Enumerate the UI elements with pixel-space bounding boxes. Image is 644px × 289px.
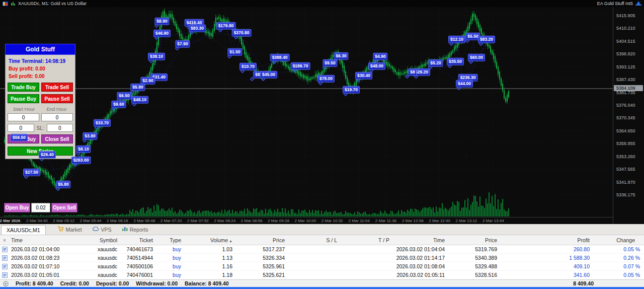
trade-buy-button[interactable]: Trade Buy bbox=[8, 83, 39, 92]
vps-button[interactable]: VPS bbox=[88, 224, 116, 235]
column-header-price[interactable]: Price bbox=[449, 237, 501, 243]
table-row[interactable]: 2026.03.02 01:04:00xauusdc740461673buy1.… bbox=[0, 245, 644, 254]
cell-type: buy bbox=[157, 272, 185, 278]
column-header-s-l[interactable]: S / L bbox=[289, 237, 341, 243]
chart-area[interactable]: Gold Stuff Time Terminal: 14:08:19 Buy p… bbox=[0, 7, 613, 217]
price-axis[interactable]: 5384.109 5415.9055410.2105404.5155398.82… bbox=[613, 7, 644, 224]
buy-profit-label: Buy profit: 0.00 bbox=[8, 65, 73, 73]
cell-change: 0.05 % bbox=[594, 272, 644, 278]
cell-ticket: 740476001 bbox=[121, 272, 157, 278]
cell-profit: 341.60 bbox=[501, 272, 594, 278]
status-segment: Credit: 0.00 bbox=[60, 280, 89, 286]
cell-ticket: 740514944 bbox=[121, 255, 157, 261]
account-status-bar: Profit: 8 409.40Credit: 0.00Deposit: 0.0… bbox=[0, 279, 644, 287]
cell-volume: 1.03 bbox=[185, 246, 236, 252]
history-table-header[interactable]: ×TimeSymbolTicketTypeVolume ▲PriceS / LT… bbox=[0, 235, 644, 245]
history-table-body: 2026.03.02 01:04:00xauusdc740461673buy1.… bbox=[0, 245, 644, 279]
pause-buy-button[interactable]: Pause Buy bbox=[8, 94, 39, 103]
chart-tab-xauusdc-m1[interactable]: XAUUSDc,M1 bbox=[1, 225, 46, 235]
status-segment: Profit: 8 409.40 bbox=[16, 280, 53, 286]
status-segment: Balance: 8 409.40 bbox=[185, 280, 229, 286]
quick-order-row: Open Buy Open Sell bbox=[4, 203, 77, 212]
time-axis-label: 2 Mar 13:44 bbox=[482, 219, 504, 223]
column-header-time[interactable]: Time bbox=[393, 237, 449, 243]
table-row[interactable]: 2026.03.02 01:08:23xauusdc740514944buy1.… bbox=[0, 254, 644, 262]
deal-icon bbox=[0, 264, 9, 269]
panel-title: Gold Stuff bbox=[5, 44, 75, 55]
time-axis-label: 2 Mar 07:20 bbox=[160, 219, 182, 223]
column-header-change[interactable]: Change bbox=[594, 237, 644, 243]
time-axis[interactable]: 2 Mar 20262 Mar 04:402 Mar 05:122 Mar 05… bbox=[0, 217, 613, 224]
deal-icon bbox=[0, 255, 9, 261]
vps-cloud-icon bbox=[92, 227, 99, 233]
app-icon bbox=[3, 2, 8, 6]
open-sell-button[interactable]: Open Sell bbox=[51, 203, 77, 212]
expert-advisor-hat-icon[interactable] bbox=[635, 1, 641, 6]
sell-profit-label: Sell profit: 0.00 bbox=[8, 73, 73, 80]
column-header-price[interactable]: Price bbox=[236, 237, 289, 243]
time-axis-label: 2 Mar 04:40 bbox=[26, 219, 48, 223]
new-series-button[interactable]: New Series bbox=[8, 147, 73, 156]
reports-button[interactable]: Reports bbox=[117, 224, 153, 235]
column-header-t-p[interactable]: T / P bbox=[341, 237, 393, 243]
market-button[interactable]: Market bbox=[53, 224, 87, 235]
trade-sell-button[interactable]: Trade Sell bbox=[41, 83, 73, 92]
cell-symbol: xauusdc bbox=[97, 255, 121, 261]
price-axis-label: 5376.040 bbox=[616, 103, 635, 108]
column-header-type[interactable]: Type bbox=[157, 237, 185, 243]
mt5-terminal-window: XAUUSDc, M1: Gold vs US Dollar EA Gold S… bbox=[0, 0, 644, 289]
time-axis-label: 2 Mar 2026 bbox=[0, 219, 20, 223]
cell-close-time: 2026.03.02 01:14:17 bbox=[393, 255, 449, 261]
column-header-time[interactable]: Time bbox=[9, 237, 97, 243]
cell-open-price: 5317.237 bbox=[236, 246, 289, 252]
time-axis-label: 2 Mar 13:12 bbox=[456, 219, 477, 223]
lot-size-input[interactable] bbox=[31, 203, 50, 212]
cell-close-price: 5340.389 bbox=[449, 255, 501, 261]
total-profit-value: 8 409.40 bbox=[573, 280, 594, 286]
sl-label: SL: bbox=[36, 124, 45, 132]
cell-ticket: 740461673 bbox=[121, 246, 157, 252]
column-header-ticket[interactable]: Ticket bbox=[121, 237, 157, 243]
time-axis-label: 2 Mar 10:32 bbox=[321, 219, 343, 223]
column-header-symbol[interactable]: Symbol bbox=[97, 237, 121, 243]
end-hour-label: End Hour bbox=[40, 106, 73, 112]
cell-volume: 1.13 bbox=[185, 255, 236, 261]
toolbox-panel: XAUUSDc,M1 Market VPS bbox=[0, 224, 644, 289]
table-row[interactable]: 2026.03.02 01:05:01xauusdc740476001buy1.… bbox=[0, 271, 644, 279]
cell-volume: 1.18 bbox=[185, 272, 236, 278]
tp-input[interactable] bbox=[8, 124, 34, 132]
cell-close-time: 2026.03.02 01:08:04 bbox=[393, 263, 449, 269]
cell-open-time: 2026.03.02 01:08:23 bbox=[9, 255, 97, 261]
price-axis-label: 5336.175 bbox=[616, 192, 635, 197]
time-axis-label: 2 Mar 05:44 bbox=[80, 219, 102, 223]
time-axis-label: 2 Mar 05:12 bbox=[53, 219, 74, 223]
column-header-volume[interactable]: Volume ▲ bbox=[185, 237, 236, 243]
price-axis-label: 5364.650 bbox=[616, 128, 635, 133]
column-header-profit[interactable]: Profit bbox=[501, 237, 594, 243]
cell-change: 0.07 % bbox=[594, 263, 644, 269]
sl-input[interactable] bbox=[47, 124, 73, 132]
cell-close-price: 5328.516 bbox=[449, 272, 501, 278]
price-axis-label: 5398.820 bbox=[616, 51, 635, 56]
close-buy-button[interactable]: Close Buy bbox=[8, 134, 39, 143]
cell-profit: 260.80 bbox=[501, 246, 594, 252]
price-axis-label: 5410.210 bbox=[616, 26, 635, 31]
table-row[interactable]: 2026.03.02 01:07:10xauusdc740500106buy1.… bbox=[0, 262, 644, 271]
time-axis-label: 2 Mar 11:36 bbox=[375, 219, 396, 223]
end-hour-input[interactable] bbox=[41, 113, 73, 121]
close-toolbox-icon[interactable]: × bbox=[0, 237, 9, 243]
time-axis-label: 2 Mar 07:52 bbox=[187, 219, 209, 223]
reports-label: Reports bbox=[130, 227, 148, 233]
start-hour-input[interactable] bbox=[8, 113, 39, 121]
pause-sell-button[interactable]: Pause Sell bbox=[41, 94, 73, 103]
chart-icon bbox=[11, 2, 16, 6]
close-sell-button[interactable]: Close Sell bbox=[41, 134, 73, 143]
summary-icon bbox=[3, 281, 9, 286]
open-buy-button[interactable]: Open Buy bbox=[4, 203, 30, 212]
cell-symbol: xauusdc bbox=[97, 263, 121, 269]
candlestick-chart bbox=[0, 7, 613, 217]
cell-type: buy bbox=[157, 263, 185, 269]
deal-icon bbox=[0, 272, 9, 278]
time-axis-label: 2 Mar 06:16 bbox=[107, 219, 128, 223]
cell-type: buy bbox=[157, 246, 185, 252]
